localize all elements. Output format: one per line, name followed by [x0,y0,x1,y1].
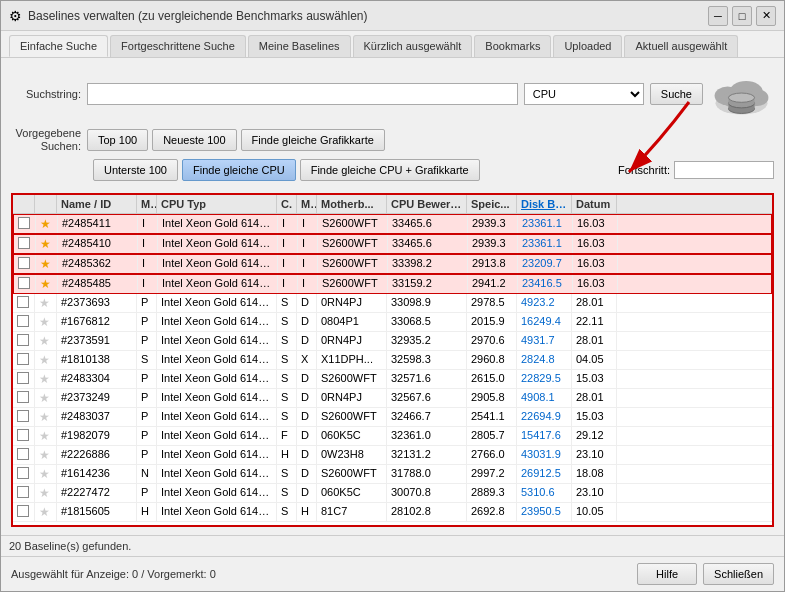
row-checkbox[interactable] [13,370,35,388]
row-c: S [277,503,297,521]
row-name: #2485362 [58,255,138,273]
table-row[interactable]: ★#1676812PIntel Xeon Gold 6144 ...SD0804… [13,313,772,332]
row-checkbox[interactable] [13,389,35,407]
row-checkbox[interactable] [13,503,35,521]
row-cpu-score: 32935.2 [387,332,467,350]
row-checkbox[interactable] [13,351,35,369]
search-input[interactable] [87,83,518,105]
search-type-select[interactable]: CPU GPU RAM Disk [524,83,644,105]
table-row[interactable]: ★#2485410IIntel Xeon Gold 6144 ...IIS260… [13,234,772,254]
th-date[interactable]: Datum [572,195,617,213]
th-name[interactable]: Name / ID [57,195,137,213]
table-row[interactable]: ★#1810138SIntel Xeon Gold 6144 ...SXX11D… [13,351,772,370]
tab-aktuell-ausgewaehlt[interactable]: Aktuell ausgewählt [624,35,738,57]
row-checkbox[interactable] [13,294,35,312]
row-disk: 23361.1 [518,215,573,233]
same-cpu-gpu-button[interactable]: Finde gleiche CPU + Grafikkarte [300,159,480,181]
th-m2[interactable]: M. [297,195,317,213]
close-window-button[interactable]: Schließen [703,563,774,585]
tab-bookmarks[interactable]: Bookmarks [474,35,551,57]
table-row[interactable]: ★#2485485IIntel Xeon Gold 6144 ...IIS260… [13,274,772,294]
row-star[interactable]: ★ [36,235,58,253]
same-cpu-button[interactable]: Finde gleiche CPU [182,159,296,181]
row-star[interactable]: ★ [35,389,57,407]
table-header: Name / ID M. CPU Typ C. M. Motherb... CP… [13,195,772,214]
row-checkbox[interactable] [13,313,35,331]
table-row[interactable]: ★#2485362IIntel Xeon Gold 6144 ...IIS260… [13,254,772,274]
row-spec: 2997.2 [467,465,517,483]
row-star[interactable]: ★ [36,255,58,273]
th-spec[interactable]: Speic... [467,195,517,213]
table-row[interactable]: ★#2483304PIntel Xeon Gold 6144 ...SDS260… [13,370,772,389]
footer-selected-text: Ausgewählt für Anzeige: 0 / Vorgemerkt: … [11,568,216,580]
row-checkbox[interactable] [13,332,35,350]
row-c: S [277,294,297,312]
row-cpu-type: Intel Xeon Gold 6144 ... [157,389,277,407]
table-row[interactable]: ★#2226886PIntel Xeon Gold 6144 ...HD0W23… [13,446,772,465]
table-row[interactable]: ★#2483037PIntel Xeon Gold 6144 ...SDS260… [13,408,772,427]
row-cpu-type: Intel Xeon Gold 6144 ... [157,446,277,464]
row-checkbox[interactable] [14,235,36,253]
th-cpu-type[interactable]: CPU Typ [157,195,277,213]
table-row[interactable]: ★#2485411IIntel Xeon Gold 6144 ...IIS260… [13,214,772,234]
row-star[interactable]: ★ [35,503,57,521]
row-star[interactable]: ★ [36,215,58,233]
tab-kuerzlich-ausgewaehlt[interactable]: Kürzlich ausgewählt [353,35,473,57]
th-c[interactable]: C. [277,195,297,213]
row-name: #2483037 [57,408,137,426]
newest100-button[interactable]: Neueste 100 [152,129,236,151]
th-mb[interactable]: Motherb... [317,195,387,213]
tab-uploaded[interactable]: Uploaded [553,35,622,57]
row-star[interactable]: ★ [35,465,57,483]
row-checkbox[interactable] [13,446,35,464]
row-star[interactable]: ★ [35,294,57,312]
row-star[interactable]: ★ [35,351,57,369]
row-star[interactable]: ★ [35,484,57,502]
table-row[interactable]: ★#1815605HIntel Xeon Gold 6144 ...SH81C7… [13,503,772,522]
table-row[interactable]: ★#2373249PIntel Xeon Gold 6144 ...SD0RN4… [13,389,772,408]
close-button[interactable]: ✕ [756,6,776,26]
tab-fortgeschrittene-suche[interactable]: Fortgeschrittene Suche [110,35,246,57]
row-star[interactable]: ★ [36,275,58,293]
table-row[interactable]: ★#1614236NIntel Xeon Gold 6144 ...SDS260… [13,465,772,484]
row-m2: D [297,427,317,445]
row-star[interactable]: ★ [35,370,57,388]
table-row[interactable]: ★#2227472PIntel Xeon Gold 6144 ...SD060K… [13,484,772,503]
row-checkbox[interactable] [13,465,35,483]
bottom100-button[interactable]: Unterste 100 [93,159,178,181]
same-gpu-button[interactable]: Finde gleiche Grafikkarte [241,129,385,151]
table-row[interactable]: ★#1982079PIntel Xeon Gold 6144 ...FD060K… [13,427,772,446]
row-cpu-type: Intel Xeon Gold 6144 ... [157,484,277,502]
row-checkbox[interactable] [14,255,36,273]
th-m1[interactable]: M. [137,195,157,213]
row-checkbox[interactable] [14,275,36,293]
row-star[interactable]: ★ [35,446,57,464]
help-button[interactable]: Hilfe [637,563,697,585]
row-star[interactable]: ★ [35,408,57,426]
search-button[interactable]: Suche [650,83,703,105]
row-date: 16.03 [573,215,618,233]
window-icon: ⚙ [9,8,22,24]
row-star[interactable]: ★ [35,427,57,445]
row-checkbox[interactable] [13,427,35,445]
maximize-button[interactable]: □ [732,6,752,26]
row-star[interactable]: ★ [35,313,57,331]
table-row[interactable]: ★#2373591PIntel Xeon Gold 6144 ...SD0RN4… [13,332,772,351]
row-checkbox[interactable] [13,484,35,502]
tab-meine-baselines[interactable]: Meine Baselines [248,35,351,57]
th-disk[interactable]: Disk Be... [517,195,572,213]
minimize-button[interactable]: ─ [708,6,728,26]
row-checkbox[interactable] [14,215,36,233]
th-cpu-score[interactable]: CPU Bewertung [387,195,467,213]
row-star[interactable]: ★ [35,332,57,350]
table-row[interactable]: ★#2373693PIntel Xeon Gold 6144 ...SD0RN4… [13,294,772,313]
row-spec: 2913.8 [468,255,518,273]
title-bar-left: ⚙ Baselines verwalten (zu vergleichende … [9,8,368,24]
row-cpu-type: Intel Xeon Gold 6144 ... [157,465,277,483]
row-checkbox[interactable] [13,408,35,426]
top100-button[interactable]: Top 100 [87,129,148,151]
row-mb: X11DPH... [317,351,387,369]
row-cpu-type: Intel Xeon Gold 6144 ... [158,255,278,273]
extra-buttons-row: Unterste 100 Finde gleiche CPU Finde gle… [11,159,774,181]
tab-einfache-suche[interactable]: Einfache Suche [9,35,108,57]
